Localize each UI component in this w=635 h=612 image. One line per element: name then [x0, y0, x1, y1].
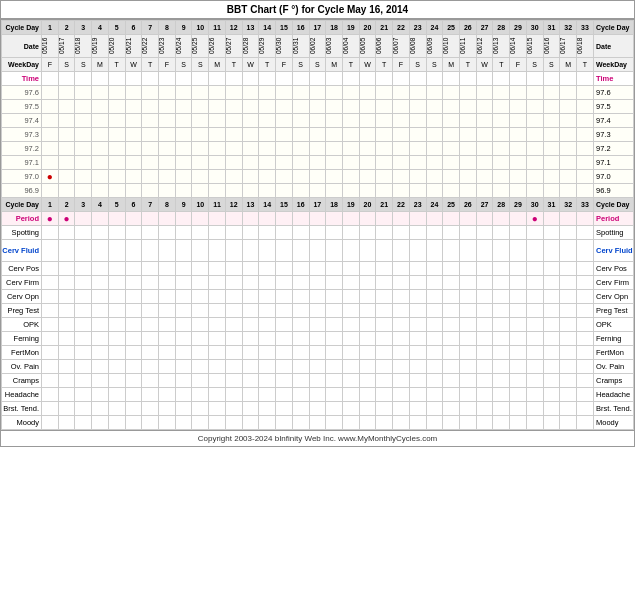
period-row: Period ● ● ● Period	[2, 212, 634, 226]
temp-976-row: 97.6 97.6	[2, 86, 634, 100]
spotting-label-left: Spotting	[2, 226, 42, 240]
opk-label-right: OPK	[594, 318, 634, 332]
temp-969-row: 96.9 96.9	[2, 184, 634, 198]
temp-975-row: 97.5 97.5	[2, 100, 634, 114]
cerv-fluid-label-right: Cerv Fluid	[594, 240, 634, 262]
preg-test-label-right: Preg Test	[594, 304, 634, 318]
cramps-label-left: Cramps	[2, 374, 42, 388]
ferning-label-right: Ferning	[594, 332, 634, 346]
cerv-pos-label-left: Cerv Pos	[2, 262, 42, 276]
cerv-firm-label-right: Cerv Firm	[594, 276, 634, 290]
temp-970-row: 97.0 ● 97.0	[2, 170, 634, 184]
brst-tend-row: Brst. Tend. Brst. Tend.	[2, 402, 634, 416]
cerv-opn-row: Cerv Opn Cerv Opn	[2, 290, 634, 304]
title-bar: BBT Chart (F °) for Cycle May 16, 2014	[0, 0, 635, 19]
ferning-label-left: Ferning	[2, 332, 42, 346]
moody-row: Moody Moody	[2, 416, 634, 430]
temp-970-label-left: 97.0	[2, 170, 42, 184]
temp-975-label-left: 97.5	[2, 100, 42, 114]
temp-974-row: 97.4 97.4	[2, 114, 634, 128]
opk-label-left: OPK	[2, 318, 42, 332]
brst-tend-label-left: Brst. Tend.	[2, 402, 42, 416]
cycle-day-label-right: Cycle Day	[594, 21, 634, 35]
cerv-opn-label-left: Cerv Opn	[2, 290, 42, 304]
ov-pain-row: Ov. Pain Ov. Pain	[2, 360, 634, 374]
cerv-firm-label-left: Cerv Firm	[2, 276, 42, 290]
time-row: Time Time	[2, 72, 634, 86]
weekday-label-left: WeekDay	[2, 58, 42, 72]
temp-972-label-left: 97.2	[2, 142, 42, 156]
time-label-right: Time	[594, 72, 634, 86]
cycle-day-header-row: Cycle Day 123456789101112131415161718192…	[2, 21, 634, 35]
preg-test-label-left: Preg Test	[2, 304, 42, 318]
temp-975-label-right: 97.5	[594, 100, 634, 114]
fertmon-row: FertMon FertMon	[2, 346, 634, 360]
temp-969-label-left: 96.9	[2, 184, 42, 198]
date-header-row: Date 05/16 05/17 05/18 05/19 05/20 05/21…	[2, 35, 634, 58]
moody-label-right: Moody	[594, 416, 634, 430]
ov-pain-label-right: Ov. Pain	[594, 360, 634, 374]
date-label-right: Date	[594, 35, 634, 58]
cerv-pos-label-right: Cerv Pos	[594, 262, 634, 276]
temp-973-label-left: 97.3	[2, 128, 42, 142]
weekday-label-right: WeekDay	[594, 58, 634, 72]
cerv-pos-row: Cerv Pos Cerv Pos	[2, 262, 634, 276]
cerv-fluid-label-left: Cerv Fluid	[2, 240, 42, 262]
fertmon-label-right: FertMon	[594, 346, 634, 360]
ov-pain-label-left: Ov. Pain	[2, 360, 42, 374]
period-label-left: Period	[2, 212, 42, 226]
cycle-day-mid-row: Cycle Day 123456789101112131415161718192…	[2, 198, 634, 212]
cycle-day-label-left: Cycle Day	[2, 21, 42, 35]
cramps-row: Cramps Cramps	[2, 374, 634, 388]
cerv-fluid-row: Cerv Fluid Cerv Fluid	[2, 240, 634, 262]
temp-971-row: 97.1 97.1	[2, 156, 634, 170]
temp-969-label-right: 96.9	[594, 184, 634, 198]
temp-970-label-right: 97.0	[594, 170, 634, 184]
brst-tend-label-right: Brst. Tend.	[594, 402, 634, 416]
opk-row: OPK OPK	[2, 318, 634, 332]
temp-972-row: 97.2 97.2	[2, 142, 634, 156]
weekday-row: WeekDay FSSMTWTFSSMTWTFSSMTWTFSSMTWTFSSM…	[2, 58, 634, 72]
fertmon-label-left: FertMon	[2, 346, 42, 360]
headache-row: Headache Headache	[2, 388, 634, 402]
temp-974-label-left: 97.4	[2, 114, 42, 128]
temp-973-label-right: 97.3	[594, 128, 634, 142]
headache-label-left: Headache	[2, 388, 42, 402]
date-label-left: Date	[2, 35, 42, 58]
spotting-label-right: Spotting	[594, 226, 634, 240]
footer: Copyright 2003-2024 bInfinity Web Inc. w…	[0, 431, 635, 447]
temp-971-label-left: 97.1	[2, 156, 42, 170]
temp-972-label-right: 97.2	[594, 142, 634, 156]
temp-973-row: 97.3 97.3	[2, 128, 634, 142]
temp-974-label-right: 97.4	[594, 114, 634, 128]
preg-test-row: Preg Test Preg Test	[2, 304, 634, 318]
temp-971-label-right: 97.1	[594, 156, 634, 170]
cerv-firm-row: Cerv Firm Cerv Firm	[2, 276, 634, 290]
period-label-right: Period	[594, 212, 634, 226]
ferning-row: Ferning Ferning	[2, 332, 634, 346]
temp-976-label-right: 97.6	[594, 86, 634, 100]
temp-976-label-left: 97.6	[2, 86, 42, 100]
headache-label-right: Headache	[594, 388, 634, 402]
moody-label-left: Moody	[2, 416, 42, 430]
time-label-left: Time	[2, 72, 42, 86]
spotting-row: Spotting Spotting	[2, 226, 634, 240]
cerv-opn-label-right: Cerv Opn	[594, 290, 634, 304]
cramps-label-right: Cramps	[594, 374, 634, 388]
